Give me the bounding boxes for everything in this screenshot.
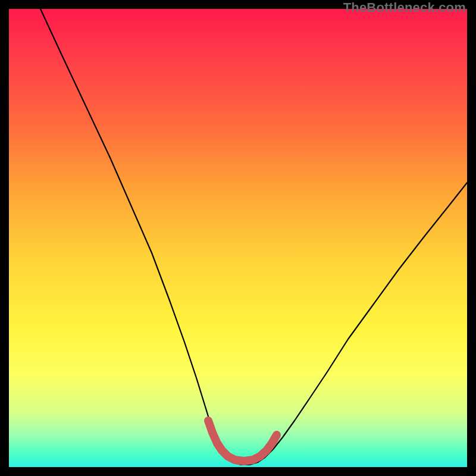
watermark-text: TheBottleneck.com [343,0,466,15]
chart-plot-area [9,9,467,467]
curve-main [40,9,467,465]
curve-highlight [208,421,277,461]
chart-stage: TheBottleneck.com [0,0,476,476]
chart-svg [9,9,467,467]
